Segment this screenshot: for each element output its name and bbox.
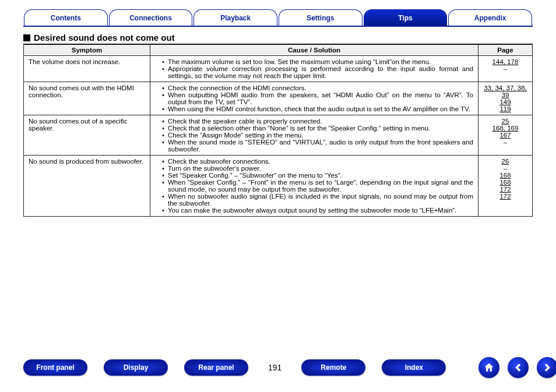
cell-symptom: No sound comes out of a specific speaker… xyxy=(24,115,150,156)
tab-playback[interactable]: Playback xyxy=(193,9,277,26)
tab-contents[interactable]: Contents xyxy=(24,9,108,26)
cell-cause: Check the connection of the HDMI connect… xyxy=(150,82,478,115)
heading-text: Desired sound does not come out xyxy=(34,33,175,43)
page-link[interactable]: 168 xyxy=(499,172,511,179)
tab-settings[interactable]: Settings xyxy=(279,9,363,26)
cause-item: Turn on the subwoofer's power. xyxy=(162,165,473,172)
cause-item: Check the subwoofer connections. xyxy=(162,158,473,165)
home-icon xyxy=(483,362,495,373)
arrow-left-icon xyxy=(512,362,524,373)
troubleshoot-table: Symptom Cause / Solution Page The volume… xyxy=(23,44,533,217)
prev-button[interactable] xyxy=(508,357,529,378)
page-link[interactable]: 168, 169 xyxy=(492,125,519,132)
next-button[interactable] xyxy=(537,357,556,378)
table-row: No sound is produced from subwoofer. Che… xyxy=(24,156,533,217)
table-row: No sound comes out with the HDMI connect… xyxy=(24,82,533,115)
cell-symptom: The volume does not increase. xyxy=(24,56,150,82)
section-heading: Desired sound does not come out xyxy=(23,33,533,44)
cause-item: Appropriate volume correction processing… xyxy=(162,65,473,79)
page-link[interactable]: 172 xyxy=(499,193,511,200)
rear-panel-button[interactable]: Rear panel xyxy=(184,359,248,376)
th-symptom: Symptom xyxy=(24,45,150,56)
th-cause: Cause / Solution xyxy=(150,45,478,56)
tab-connections[interactable]: Connections xyxy=(109,9,193,26)
cause-item: The maximum volume is set too low. Set t… xyxy=(162,58,473,65)
page-link[interactable]: 33, 34, 37, 38, 39 xyxy=(484,84,527,98)
page-link[interactable]: 25 xyxy=(502,118,509,125)
page-link[interactable]: 144, 178 xyxy=(492,58,519,65)
cell-cause: Check that the speaker cable is properly… xyxy=(150,115,478,156)
page-link[interactable]: 26 xyxy=(502,158,509,165)
cell-pages: 26 – 168 168 172 172 xyxy=(478,156,533,217)
page-dash: – xyxy=(483,165,527,172)
tab-tips[interactable]: Tips xyxy=(364,9,448,26)
cause-item: Check the “Assign Mode” setting in the m… xyxy=(162,132,473,139)
cause-item: Check that a selection other than “None”… xyxy=(162,125,473,132)
page-link[interactable]: 167 xyxy=(499,132,511,139)
cell-cause: Check the subwoofer connections. Turn on… xyxy=(150,156,478,217)
tab-appendix[interactable]: Appendix xyxy=(448,9,532,26)
cell-pages: 25 168, 169 167 – xyxy=(478,115,533,156)
display-button[interactable]: Display xyxy=(104,359,168,376)
top-tabs: Contents Connections Playback Settings T… xyxy=(23,8,533,27)
cause-item: When no subwoofer audio signal (LFE) is … xyxy=(162,193,473,207)
cause-item: When the sound mode is “STEREO” and “VIR… xyxy=(162,139,473,153)
cause-item: You can make the subwoofer always output… xyxy=(162,207,473,214)
cell-symptom: No sound comes out with the HDMI connect… xyxy=(24,82,150,115)
cause-item: When using the HDMI control function, ch… xyxy=(162,105,473,112)
th-page: Page xyxy=(478,45,533,56)
page-dash: – xyxy=(483,65,527,72)
page-link[interactable]: 149 xyxy=(499,98,511,105)
cause-item: When outputting HDMI audio from the spea… xyxy=(162,91,473,105)
table-row: The volume does not increase. The maximu… xyxy=(24,56,533,82)
cause-item: When “Speaker Config.” – “Front” in the … xyxy=(162,179,473,193)
cause-item: Set “Speaker Config.” – “Subwoofer” on t… xyxy=(162,172,473,179)
page-number: 191 xyxy=(265,363,285,372)
cell-symptom: No sound is produced from subwoofer. xyxy=(24,156,150,217)
front-panel-button[interactable]: Front panel xyxy=(23,359,87,376)
page-dash: – xyxy=(483,139,527,146)
cell-cause: The maximum volume is set too low. Set t… xyxy=(150,56,478,82)
table-row: No sound comes out of a specific speaker… xyxy=(24,115,533,156)
page-link[interactable]: 168 xyxy=(499,179,511,186)
cause-item: Check that the speaker cable is properly… xyxy=(162,118,473,125)
page-link[interactable]: 172 xyxy=(499,186,511,193)
index-button[interactable]: Index xyxy=(382,359,446,376)
square-bullet-icon xyxy=(23,34,30,41)
cell-pages: 33, 34, 37, 38, 39 149 119 xyxy=(478,82,533,115)
home-button[interactable] xyxy=(478,357,499,378)
page-link[interactable]: 119 xyxy=(499,105,511,112)
cell-pages: 144, 178 – xyxy=(478,56,533,82)
arrow-right-icon xyxy=(541,362,553,373)
cause-item: Check the connection of the HDMI connect… xyxy=(162,84,473,91)
nav-buttons xyxy=(478,357,556,378)
remote-button[interactable]: Remote xyxy=(301,359,365,376)
bottom-bar: Front panel Display Rear panel 191 Remot… xyxy=(23,357,533,378)
